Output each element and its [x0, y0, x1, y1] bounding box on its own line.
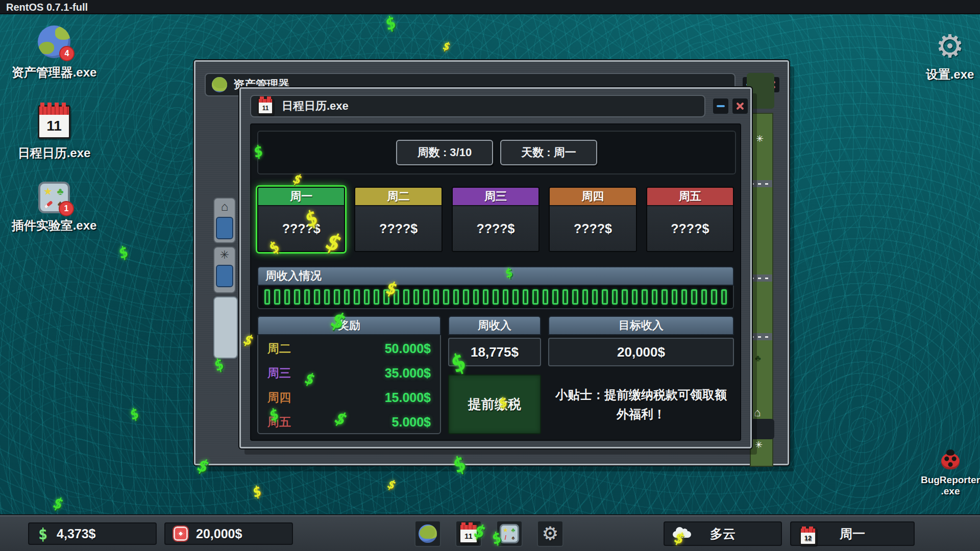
rewards-panel: 奖励 周二 50.000$ 周三 35.000$ 周四 15.000$: [257, 316, 441, 434]
reward-value: 50.000$: [385, 341, 431, 356]
reward-day: 周四: [267, 390, 291, 406]
progress-segment: [592, 289, 598, 305]
day-card-thursday[interactable]: 周四 ????$: [549, 187, 636, 252]
taskbar-app-calendar[interactable]: 11: [455, 520, 482, 547]
taskbar: $ 4,373$ 20,000$ 11 ★ ♣ / ♠ ⚙: [0, 515, 980, 551]
progress-segment: [493, 289, 498, 305]
icon-label: 插件实验室.exe: [8, 217, 100, 234]
taskbar-app-plugin-lab[interactable]: ★ ♣ / ♠: [496, 520, 523, 547]
globe-icon: 4: [38, 26, 70, 58]
weekday-text: 周一: [791, 525, 914, 542]
tab-button[interactable]: [216, 265, 233, 287]
desktop-icon-calendar[interactable]: 11 日程日历.exe: [8, 105, 100, 161]
sidebar-tab-plants[interactable]: ✳: [213, 246, 236, 293]
tax-coin-icon: [174, 527, 188, 541]
progress-segment: [572, 289, 578, 305]
money-value: 4,373$: [57, 527, 95, 541]
calendar-content: 周数 : 3/10 天数 : 周一 周一 ????$ 周二 ????$ 周三 ?…: [250, 123, 741, 441]
day-card-friday[interactable]: 周五 ????$: [646, 187, 734, 252]
reward-row: 周二 50.000$: [258, 336, 440, 361]
progress-segment: [394, 289, 399, 305]
close-button[interactable]: [731, 97, 749, 115]
progress-segment: [364, 289, 370, 305]
day-card-monday[interactable]: 周一 ????$: [257, 187, 345, 252]
day-card-tuesday[interactable]: 周二 ????$: [354, 187, 442, 252]
calendar-icon: 11: [257, 97, 274, 115]
progress-segment: [691, 289, 697, 305]
pay-tax-early-button[interactable]: 提前缴税: [448, 374, 541, 434]
progress-segment: [602, 289, 607, 305]
day-card-value: ????$: [550, 206, 635, 251]
progress-segment: [483, 289, 488, 305]
progress-segment: [681, 289, 687, 305]
weather-text: 多云: [665, 525, 781, 542]
icon-label: 资产管理器.exe: [8, 64, 100, 81]
day-card-value: ????$: [355, 206, 441, 251]
flower-icon: ✳: [214, 248, 235, 262]
house-tile-icon: ⌂: [754, 407, 761, 418]
sidebar-panel: [213, 296, 238, 359]
target-income-panel: 目标收入 20,000$: [548, 316, 734, 366]
reward-day: 周三: [267, 365, 291, 381]
calendar-titlebar[interactable]: 11 日程日历.exe: [250, 95, 705, 117]
weather-indicator[interactable]: 多云: [664, 521, 782, 546]
reward-day: 周五: [267, 414, 291, 430]
icon-label: BugReporter: [910, 474, 980, 486]
day-card-wednesday[interactable]: 周三 ????$: [452, 187, 540, 252]
progress-segment: [642, 289, 647, 305]
taskbar-app-asset-manager[interactable]: [414, 520, 441, 547]
day-card-value: ????$: [647, 206, 733, 251]
week-number-button[interactable]: 周数 : 3/10: [396, 140, 493, 165]
progress-segment: [622, 289, 627, 305]
reward-value: 35.000$: [385, 366, 431, 381]
progress-segment: [652, 289, 657, 305]
day-cards-row: 周一 ????$ 周二 ????$ 周三 ????$ 周四 ????$ 周五: [257, 187, 734, 252]
screen: RentOS 0.7.1-full 4 资产管理器.exe 11 日程日历.ex…: [0, 0, 980, 551]
reward-row: 周四 15.000$: [258, 385, 440, 410]
progress-segment: [662, 289, 667, 305]
weekday-indicator[interactable]: 12 周一: [790, 521, 915, 546]
sidebar-tab-home[interactable]: ⌂: [213, 197, 236, 243]
day-card-header: 周五: [647, 188, 733, 206]
globe-icon: [212, 77, 227, 92]
week-income-progress-header: 周收入情况: [257, 266, 734, 286]
flower-tile-icon: ✳: [755, 440, 763, 449]
minimize-button[interactable]: [712, 97, 729, 115]
day-number-button[interactable]: 天数 : 周一: [500, 140, 597, 165]
taskbar-app-settings[interactable]: ⚙: [537, 520, 564, 547]
clover-icon: ♣: [55, 186, 66, 197]
gear-icon: ⚙: [542, 524, 558, 543]
icon-label: 设置.exe: [901, 66, 980, 83]
desktop-icon-asset-manager[interactable]: 4 资产管理器.exe: [8, 26, 100, 81]
progress-segment: [632, 289, 638, 305]
gear-icon: ⚙: [936, 29, 964, 64]
tab-button[interactable]: [216, 217, 233, 239]
progress-segment: [443, 289, 449, 305]
icon-label: .exe: [910, 486, 980, 497]
tax-target-indicator[interactable]: 20,000$: [164, 522, 293, 545]
progress-segment: [324, 289, 330, 305]
progress-segment: [562, 289, 568, 305]
window-title: 日程日历.exe: [282, 98, 349, 114]
dollar-icon: $: [38, 525, 47, 543]
tax-target-value: 20,000$: [196, 527, 242, 541]
desktop-icon-settings[interactable]: ⚙ 设置.exe: [901, 31, 980, 83]
crown-icon: ★: [42, 186, 54, 197]
progress-segment: [672, 289, 677, 305]
day-card-header: 周二: [355, 188, 441, 206]
target-income-value: 20,000$: [548, 338, 734, 366]
day-card-value: ????$: [453, 206, 538, 251]
notification-badge: 1: [59, 201, 74, 216]
icon-label: 日程日历.exe: [8, 145, 100, 161]
progress-segment: [721, 289, 727, 305]
desktop-icon-bug-reporter[interactable]: BugReporter .exe: [910, 453, 980, 497]
progress-segment: [711, 289, 717, 305]
tax-tip-text: 小贴士：提前缴纳税款可领取额外福利！: [548, 374, 734, 434]
progress-segment: [701, 289, 707, 305]
desktop-icon-plugin-lab[interactable]: ★ ♣ ♠ 1 插件实验室.exe: [8, 182, 100, 234]
reward-value: 5.000$: [392, 415, 431, 430]
reward-row: 周五 5.000$: [258, 410, 440, 434]
money-indicator[interactable]: $ 4,373$: [28, 522, 157, 545]
day-card-header: 周三: [453, 188, 538, 206]
calendar-icon: 11: [38, 105, 70, 139]
